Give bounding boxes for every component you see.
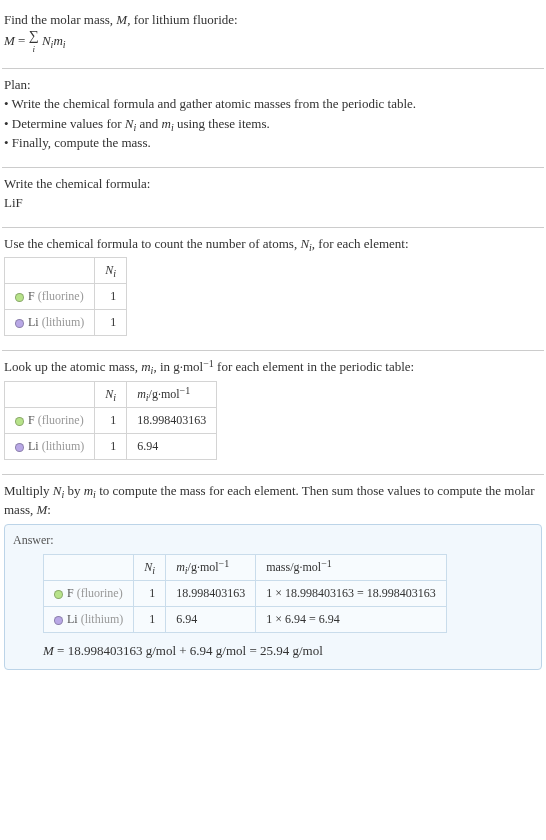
element-dot-icon bbox=[15, 319, 24, 328]
sub: i bbox=[63, 39, 66, 50]
sub: i bbox=[51, 39, 54, 50]
text: using these items. bbox=[174, 116, 270, 131]
answer-table: Ni mi/g·mol−1 mass/g·mol−1 F (fluorine) … bbox=[43, 554, 447, 633]
section-lookup-mass: Look up the atomic mass, mi, in g·mol−1 … bbox=[2, 351, 544, 474]
text: = bbox=[15, 33, 29, 48]
text: and bbox=[136, 116, 161, 131]
section-plan: Plan: • Write the chemical formula and g… bbox=[2, 69, 544, 167]
text: , for each element: bbox=[312, 236, 409, 251]
sub: i bbox=[309, 242, 312, 253]
cell-n: 1 bbox=[134, 606, 166, 632]
answer-box: Answer: Ni mi/g·mol−1 mass/g·mol−1 F (fl… bbox=[4, 524, 542, 670]
sub: i bbox=[113, 392, 116, 403]
text: , for lithium fluoride: bbox=[127, 12, 237, 27]
text: for each element in the periodic table: bbox=[214, 359, 414, 374]
table-row: Li (lithium) 1 6.94 1 × 6.94 = 6.94 bbox=[44, 606, 447, 632]
text: Use the chemical formula to count the nu… bbox=[4, 236, 300, 251]
element-name: (fluorine) bbox=[35, 413, 84, 427]
sub: i bbox=[171, 122, 174, 133]
text: • Determine values for bbox=[4, 116, 125, 131]
table-header-row: Ni mi/g·mol−1 bbox=[5, 381, 217, 407]
table-row: F (fluorine) 1 18.998403163 bbox=[5, 407, 217, 433]
table-row: F (fluorine) 1 18.998403163 1 × 18.99840… bbox=[44, 580, 447, 606]
cell-n: 1 bbox=[134, 580, 166, 606]
cell-mass: 1 × 18.998403163 = 18.998403163 bbox=[256, 580, 447, 606]
element-symbol: Li bbox=[28, 439, 39, 453]
sup: −1 bbox=[321, 558, 332, 569]
var-M: M bbox=[116, 12, 127, 27]
answer-label: Answer: bbox=[13, 533, 533, 548]
element-name: (lithium) bbox=[78, 612, 124, 626]
sub: i bbox=[152, 565, 155, 576]
element-symbol: Li bbox=[28, 315, 39, 329]
var-mi: m bbox=[141, 359, 150, 374]
sup: −1 bbox=[219, 558, 230, 569]
cell-n: 1 bbox=[95, 284, 127, 310]
var-M: M bbox=[4, 33, 15, 48]
var-Ni: N bbox=[42, 33, 51, 48]
atoms-count-table: Ni F (fluorine) 1 Li (lithium) 1 bbox=[4, 257, 127, 336]
col-mi: m bbox=[137, 387, 146, 401]
cell-n: 1 bbox=[95, 433, 127, 459]
table-header-row: Ni bbox=[5, 258, 127, 284]
sup: −1 bbox=[203, 358, 214, 369]
element-name: (fluorine) bbox=[74, 586, 123, 600]
unit: /g·mol bbox=[188, 560, 219, 574]
var-Ni: N bbox=[300, 236, 309, 251]
sub: i bbox=[93, 489, 96, 500]
element-dot-icon bbox=[15, 443, 24, 452]
plan-line: • Write the chemical formula and gather … bbox=[4, 94, 542, 114]
var-mi: m bbox=[53, 33, 62, 48]
table-row: Li (lithium) 1 6.94 bbox=[5, 433, 217, 459]
cell-m: 6.94 bbox=[127, 433, 217, 459]
text: : bbox=[47, 502, 51, 517]
element-dot-icon bbox=[54, 616, 63, 625]
cell-m: 18.998403163 bbox=[127, 407, 217, 433]
var-mi: m bbox=[84, 483, 93, 498]
cell-mass: 1 × 6.94 = 6.94 bbox=[256, 606, 447, 632]
col-mi: m bbox=[176, 560, 185, 574]
element-dot-icon bbox=[15, 417, 24, 426]
text: Find the molar mass, bbox=[4, 12, 116, 27]
var-M: M bbox=[37, 502, 48, 517]
plan-line: • Finally, compute the mass. bbox=[4, 133, 542, 153]
var-M: M bbox=[43, 643, 54, 658]
element-symbol: F bbox=[28, 289, 35, 303]
atomic-mass-table: Ni mi/g·mol−1 F (fluorine) 1 18.99840316… bbox=[4, 381, 217, 460]
cell-m: 18.998403163 bbox=[166, 580, 256, 606]
text: , in g·mol bbox=[153, 359, 203, 374]
text: Look up the atomic mass, bbox=[4, 359, 141, 374]
element-symbol: Li bbox=[67, 612, 78, 626]
sub: i bbox=[113, 268, 116, 279]
element-dot-icon bbox=[54, 590, 63, 599]
sigma: ∑i bbox=[29, 30, 39, 54]
table-row: Li (lithium) 1 bbox=[5, 310, 127, 336]
section-answer: Multiply Ni by mi to compute the mass fo… bbox=[2, 475, 544, 674]
element-symbol: F bbox=[28, 413, 35, 427]
element-name: (lithium) bbox=[39, 315, 85, 329]
cell-n: 1 bbox=[95, 407, 127, 433]
element-name: (fluorine) bbox=[35, 289, 84, 303]
text: by bbox=[64, 483, 84, 498]
section-chemical-formula: Write the chemical formula: LiF bbox=[2, 168, 544, 227]
chemical-formula: LiF bbox=[4, 193, 542, 213]
sub: i bbox=[146, 392, 149, 403]
unit: /g·mol bbox=[149, 387, 180, 401]
text: Write the chemical formula: bbox=[4, 174, 542, 194]
sub: i bbox=[185, 565, 188, 576]
plan-heading: Plan: bbox=[4, 75, 542, 95]
element-name: (lithium) bbox=[39, 439, 85, 453]
section-find-molar-mass: Find the molar mass, M, for lithium fluo… bbox=[2, 4, 544, 68]
text: Multiply bbox=[4, 483, 53, 498]
final-result: = 18.998403163 g/mol + 6.94 g/mol = 25.9… bbox=[54, 643, 323, 658]
col-mass: mass/g·mol bbox=[266, 560, 321, 574]
element-dot-icon bbox=[15, 293, 24, 302]
sub: i bbox=[151, 365, 154, 376]
cell-m: 6.94 bbox=[166, 606, 256, 632]
sub: i bbox=[133, 122, 136, 133]
section-count-atoms: Use the chemical formula to count the nu… bbox=[2, 228, 544, 351]
element-symbol: F bbox=[67, 586, 74, 600]
var-mi: m bbox=[162, 116, 171, 131]
cell-n: 1 bbox=[95, 310, 127, 336]
table-header-row: Ni mi/g·mol−1 mass/g·mol−1 bbox=[44, 554, 447, 580]
